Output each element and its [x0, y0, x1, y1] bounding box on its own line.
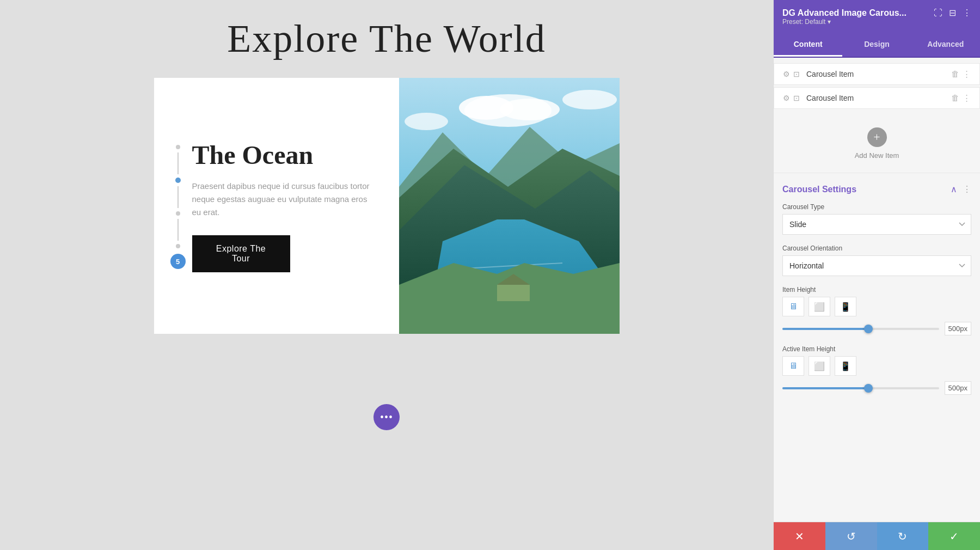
carousel-orientation-select[interactable]: Horizontal Vertical	[782, 255, 971, 276]
reset-icon: ↺	[847, 530, 856, 543]
page-title: Explore The World	[227, 16, 546, 62]
active-item-height-slider-track[interactable]	[782, 387, 939, 389]
item-height-slider-fill	[782, 328, 868, 330]
gear-icon-2[interactable]: ⚙	[783, 94, 790, 103]
slide-dot-2	[175, 178, 181, 183]
tablet-icon-1[interactable]: ⬜	[808, 297, 830, 316]
more-icon-1[interactable]: ⋮	[963, 69, 971, 79]
carousel-description: Praesent dapibus neque id cursus faucibu…	[192, 180, 372, 219]
item-height-slider-track[interactable]	[782, 328, 939, 330]
confirm-icon: ✓	[950, 530, 959, 543]
panel-content: ⚙ ⊡ Carousel Item 🗑 ⋮ ⚙ ⊡ Carousel Item …	[774, 58, 980, 522]
svg-rect-13	[497, 285, 530, 301]
cancel-icon: ✕	[795, 530, 804, 543]
image-icon-1[interactable]: ⊡	[793, 70, 800, 79]
image-icon-2[interactable]: ⊡	[793, 94, 800, 103]
carousel-item-label-2: Carousel Item	[806, 94, 951, 102]
item-height-group: Item Height 🖥 ⬜ 📱 500px	[782, 286, 971, 335]
redo-icon: ↻	[898, 530, 907, 543]
delete-icon-2[interactable]: 🗑	[951, 94, 959, 103]
tab-bar: Content Design Advanced	[774, 33, 980, 58]
slide-connector-2	[177, 186, 179, 208]
slide-dot-4	[176, 244, 180, 248]
active-item-height-value[interactable]: 500px	[945, 381, 971, 395]
more-icon[interactable]: ⋮	[963, 8, 971, 18]
collapse-icon[interactable]: ∧	[951, 184, 957, 194]
active-item-height-slider-thumb[interactable]	[864, 384, 873, 393]
svg-point-5	[405, 113, 448, 130]
carousel-orientation-group: Carousel Orientation Horizontal Vertical	[782, 245, 971, 276]
cancel-button[interactable]: ✕	[774, 522, 825, 550]
panel-preset[interactable]: Preset: Default ▾	[782, 18, 971, 26]
item-row-actions-2: 🗑 ⋮	[951, 93, 971, 103]
active-item-height-label: Active Item Height	[782, 345, 971, 353]
carousel-type-group: Carousel Type Slide Fade Cube	[782, 203, 971, 235]
gear-icon-1[interactable]: ⚙	[783, 70, 790, 79]
panel-header: DG Advanced Image Carous... ⛶ ⊟ ⋮ Preset…	[774, 0, 980, 33]
item-height-slider-thumb[interactable]	[864, 325, 873, 333]
carousel-item-label-1: Carousel Item	[806, 70, 951, 78]
item-height-value[interactable]: 500px	[945, 322, 971, 335]
add-item-button[interactable]: +	[867, 127, 887, 147]
slide-connector-1	[177, 152, 179, 174]
carousel-item-row-1[interactable]: ⚙ ⊡ Carousel Item 🗑 ⋮	[774, 63, 980, 85]
device-icons-row-2: 🖥 ⬜ 📱	[782, 356, 971, 376]
tab-design[interactable]: Design	[842, 33, 911, 57]
slide-indicator: 5	[170, 143, 186, 269]
svg-point-4	[562, 90, 617, 109]
carousel-left-panel: 5 The Ocean Praesent dapibus neque id cu…	[154, 78, 399, 334]
device-icons-row-1: 🖥 ⬜ 📱	[782, 297, 971, 316]
slide-number-badge: 5	[170, 254, 186, 269]
redo-button[interactable]: ↻	[877, 522, 929, 550]
carousel-item-row-2[interactable]: ⚙ ⊡ Carousel Item 🗑 ⋮	[774, 87, 980, 109]
floating-menu-button[interactable]: •••	[373, 404, 400, 430]
desktop-icon-2[interactable]: 🖥	[782, 356, 804, 376]
fullscreen-icon[interactable]: ⛶	[934, 8, 942, 18]
reset-button[interactable]: ↺	[825, 522, 877, 550]
delete-icon-1[interactable]: 🗑	[951, 70, 959, 79]
panel-title: DG Advanced Image Carous...	[782, 8, 934, 18]
active-item-height-group: Active Item Height 🖥 ⬜ 📱 500px	[782, 345, 971, 395]
item-row-icons-2: ⚙ ⊡	[783, 94, 800, 103]
carousel-settings-section: Carousel Settings ∧ ⋮ Carousel Type Slid…	[774, 175, 980, 413]
carousel-type-label: Carousel Type	[782, 203, 971, 211]
slide-dot-3	[176, 211, 180, 216]
layout-icon[interactable]: ⊟	[949, 8, 956, 18]
settings-header: Carousel Settings ∧ ⋮	[782, 184, 971, 194]
item-row-actions-1: 🗑 ⋮	[951, 69, 971, 79]
settings-more-icon[interactable]: ⋮	[963, 184, 971, 194]
settings-header-icons: ∧ ⋮	[951, 184, 971, 194]
add-item-label: Add New Item	[855, 151, 899, 160]
landscape-illustration	[399, 78, 620, 334]
mobile-icon-1[interactable]: 📱	[835, 297, 856, 316]
tablet-icon-2[interactable]: ⬜	[808, 356, 830, 376]
floating-menu-icon: •••	[380, 411, 393, 424]
add-item-section: + Add New Item	[774, 117, 980, 170]
mobile-icon-2[interactable]: 📱	[835, 356, 856, 376]
item-row-icons-1: ⚙ ⊡	[783, 70, 800, 79]
slide-dot-1	[176, 145, 180, 149]
section-divider	[774, 173, 980, 173]
confirm-button[interactable]: ✓	[928, 522, 980, 550]
panel-header-icons: ⛶ ⊟ ⋮	[934, 8, 971, 18]
explore-tour-button[interactable]: Explore The Tour	[192, 235, 290, 272]
desktop-icon-1[interactable]: 🖥	[782, 297, 804, 316]
carousel-items-section: ⚙ ⊡ Carousel Item 🗑 ⋮ ⚙ ⊡ Carousel Item …	[774, 58, 980, 117]
tab-advanced[interactable]: Advanced	[911, 33, 980, 57]
active-item-height-slider-row: 500px	[782, 381, 971, 395]
carousel-image-panel	[399, 78, 620, 334]
carousel-heading: The Ocean	[192, 140, 372, 170]
item-height-label: Item Height	[782, 286, 971, 294]
active-item-height-slider-fill	[782, 387, 868, 389]
right-panel: DG Advanced Image Carous... ⛶ ⊟ ⋮ Preset…	[773, 0, 980, 550]
bottom-action-bar: ✕ ↺ ↻ ✓	[774, 522, 980, 550]
slide-connector-3	[177, 219, 179, 241]
carousel-widget: 5 The Ocean Praesent dapibus neque id cu…	[154, 78, 620, 334]
carousel-type-select[interactable]: Slide Fade Cube	[782, 214, 971, 235]
carousel-orientation-label: Carousel Orientation	[782, 245, 971, 252]
canvas-area: Explore The World 5 The Ocean Praesent d…	[0, 0, 773, 550]
tab-content[interactable]: Content	[774, 33, 842, 57]
settings-section-title: Carousel Settings	[782, 185, 856, 194]
item-height-slider-row: 500px	[782, 322, 971, 335]
more-icon-2[interactable]: ⋮	[963, 93, 971, 103]
